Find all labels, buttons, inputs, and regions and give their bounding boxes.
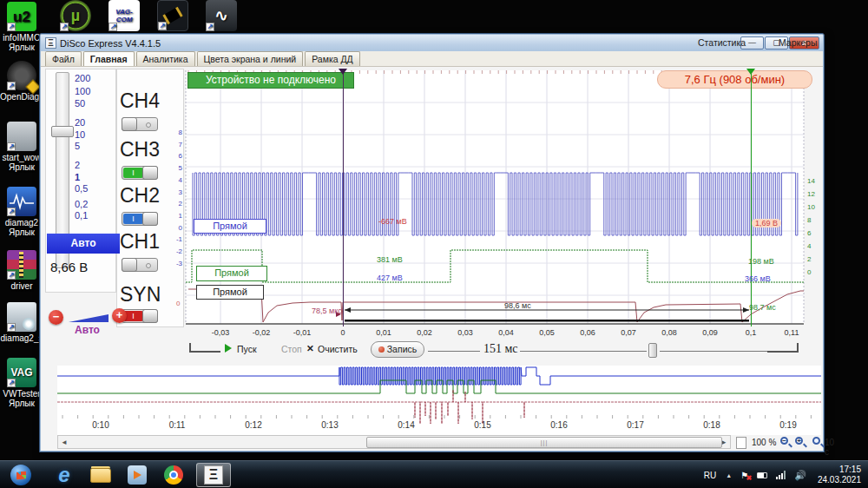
desktop-icon-driver[interactable]: ↗driver: [0, 250, 43, 291]
desktop-icon-utorrent[interactable]: µ↗: [54, 0, 97, 33]
minus-button[interactable]: −: [49, 310, 63, 325]
volume-icon[interactable]: 🔊: [794, 470, 806, 481]
svg-text:0:17: 0:17: [627, 420, 644, 430]
tab-Файл[interactable]: Файл: [45, 51, 82, 66]
sync-auto-label[interactable]: Авто: [75, 324, 100, 336]
shortcut-arrow-icon: ↗: [108, 23, 117, 31]
menu-markers[interactable]: Маркеры: [779, 37, 817, 48]
action-center-flag-icon[interactable]: ⚑✖: [740, 471, 748, 480]
desktop-icon-infoimmo[interactable]: u2↗infoIMMOЯрлык: [0, 2, 43, 52]
scale-value-20[interactable]: 20: [75, 117, 101, 128]
scale-value-5[interactable]: 5: [75, 141, 101, 151]
cursor2-ch1-value: 366 мВ: [745, 274, 771, 283]
desktop-icon-diamag2[interactable]: ↗diamag2Ярлык: [0, 187, 43, 237]
y-left-tick: 0: [170, 224, 182, 232]
tray-time: 17:15: [818, 465, 861, 475]
stop-button[interactable]: Стоп: [281, 344, 302, 354]
y-right-tick: 12: [807, 190, 815, 198]
x-tick-0,04: 0,04: [489, 328, 523, 337]
taskbar-disco-active[interactable]: Ξ: [196, 463, 231, 487]
y-left-tick: 6: [170, 152, 182, 160]
svg-text:0:16: 0:16: [550, 420, 568, 430]
taskbar-chrome-icon[interactable]: [158, 463, 189, 487]
scale-value-200[interactable]: 200: [75, 73, 101, 83]
toggle-track: I: [123, 214, 143, 224]
timeline-slider-handle[interactable]: [648, 343, 657, 358]
toggle-SYN[interactable]: I: [122, 309, 158, 323]
voltage-scale-slider-handle[interactable]: [51, 126, 74, 137]
network-icon[interactable]: [776, 471, 786, 479]
scope-plot[interactable]: [171, 69, 817, 326]
menu-statistics[interactable]: Статистика: [698, 37, 746, 48]
desktop-icon-vwtester[interactable]: VAG↗VWTesterЯрлык: [0, 358, 43, 408]
x-tick-0,07: 0,07: [611, 328, 646, 337]
scale-value-0,2[interactable]: 0,2: [75, 199, 101, 209]
ch2-mode-box[interactable]: Прямой: [194, 219, 266, 234]
scale-value-10[interactable]: 10: [75, 129, 101, 140]
start-button[interactable]: [5, 463, 36, 487]
time-zoom-icon[interactable]: [812, 436, 825, 449]
play-icon[interactable]: [225, 344, 232, 353]
start-button[interactable]: Пуск: [237, 344, 257, 354]
taskbar-wmp-icon[interactable]: [122, 463, 153, 487]
scale-value-0,5[interactable]: 0,5: [75, 183, 101, 194]
scale-value-1[interactable]: 1: [75, 172, 101, 182]
tab-Рамка ДД[interactable]: Рамка ДД: [305, 51, 360, 66]
shortcut-arrow-icon: ↗: [7, 82, 16, 90]
ch1-mode-box[interactable]: Прямой: [196, 285, 264, 300]
desktop-icon-winols[interactable]: ∿↗: [200, 0, 243, 33]
scale-value-0,1[interactable]: 0,1: [75, 210, 101, 221]
level-wedge-icon: [69, 314, 108, 322]
plus-button[interactable]: +: [112, 308, 127, 323]
shortcut-arrow-icon: ↗: [158, 22, 167, 30]
channel-label-CH2: CH2: [120, 184, 160, 208]
scale-value-2[interactable]: 2: [75, 160, 101, 170]
timeline-segment: [660, 351, 767, 352]
taskbar-ie-icon[interactable]: e: [49, 463, 80, 487]
system-tray: RU ▲ ⚑✖ 🔊 17:15 24.03.2021: [699, 461, 868, 488]
toggle-CH4[interactable]: [122, 117, 158, 131]
scrollbar-thumb[interactable]: |||: [366, 437, 722, 448]
language-indicator[interactable]: RU: [704, 471, 716, 480]
battery-icon[interactable]: [757, 472, 767, 478]
desktop-icon-chip[interactable]: ↗: [151, 0, 194, 33]
overview-strip[interactable]: 0:100:110:120:130:140:150:160:170:180:19: [57, 366, 821, 435]
timeline-segment: [520, 351, 647, 352]
time-marker-2[interactable]: [751, 69, 752, 326]
clear-button[interactable]: Очистить: [318, 344, 358, 354]
x-tick-0,06: 0,06: [570, 328, 605, 337]
toggle-CH2[interactable]: I: [122, 212, 158, 226]
y-right-tick: 4: [807, 242, 811, 250]
scroll-left-icon[interactable]: ◄: [61, 439, 68, 446]
shortcut-arrow-icon: ↗: [7, 379, 16, 387]
tab-Аналитика[interactable]: Аналитика: [136, 51, 195, 66]
toggle-CH1[interactable]: [122, 258, 158, 272]
timeline-segment: [428, 351, 480, 352]
toggle-knob: [142, 166, 158, 180]
record-button[interactable]: Запись: [371, 341, 424, 358]
desktop-icon-diamag2-setup[interactable]: ↗diamag2_s: [0, 302, 43, 343]
shortcut-arrow-icon: ↗: [7, 271, 16, 280]
scale-auto-button[interactable]: Авто: [47, 234, 120, 254]
ch3-mode-box[interactable]: Прямой: [196, 266, 267, 281]
scale-value-100[interactable]: 100: [75, 86, 101, 96]
tab-Главная[interactable]: Главная: [83, 51, 135, 66]
zoom-in-icon[interactable]: +: [794, 436, 807, 449]
zoom-out-icon[interactable]: −: [779, 436, 792, 449]
tab-Цвета экрана и линий[interactable]: Цвета экрана и линий: [197, 51, 304, 66]
cursor1-ch3-value: 381 мВ: [377, 255, 403, 264]
desktop-icon-start-wow[interactable]: ↗start_wowЯрлык: [0, 122, 43, 172]
page-zoom-icon[interactable]: [736, 437, 746, 449]
toggle-CH3[interactable]: I: [122, 166, 158, 180]
horizontal-scrollbar[interactable]: ◄ ► |||: [57, 435, 731, 449]
desktop-icon-opendiag[interactable]: ↗OpenDiagF: [0, 61, 43, 102]
scale-value-50[interactable]: 50: [75, 98, 101, 109]
tray-expand-icon[interactable]: ▲: [726, 472, 732, 478]
y-left-tick: -2: [170, 247, 182, 255]
time-marker-1[interactable]: [343, 69, 344, 326]
desktop-icon-vag-com[interactable]: VAG-COM↗: [102, 0, 146, 33]
x-tick-0,08: 0,08: [652, 328, 687, 337]
taskbar-explorer-icon[interactable]: [85, 463, 116, 487]
tray-clock[interactable]: 17:15 24.03.2021: [818, 465, 861, 485]
tray-date: 24.03.2021: [818, 475, 861, 485]
